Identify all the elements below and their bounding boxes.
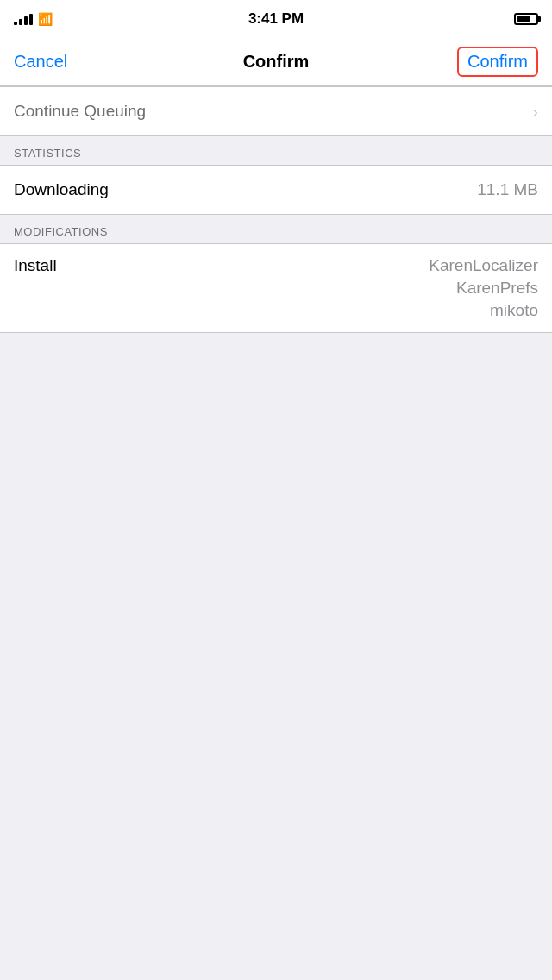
bottom-area <box>0 333 552 764</box>
install-label: Install <box>14 256 57 275</box>
install-item-1: KarenPrefs <box>456 279 538 298</box>
statistics-section: Downloading 11.1 MB <box>0 165 552 215</box>
install-item-2: mikoto <box>490 301 538 320</box>
downloading-value: 11.1 MB <box>477 180 538 199</box>
navigation-bar: Cancel Confirm Confirm <box>0 38 552 86</box>
chevron-right-icon: › <box>532 102 538 122</box>
status-bar: 📶 3:41 PM <box>0 0 552 38</box>
battery-icon <box>514 13 538 25</box>
continue-queuing-section: Continue Queuing › <box>0 86 552 136</box>
signal-bars-icon <box>14 13 33 25</box>
battery-fill <box>517 16 530 22</box>
install-values: KarenLocalizer KarenPrefs mikoto <box>429 256 538 320</box>
install-item-0: KarenLocalizer <box>429 256 538 275</box>
statistics-header: STATISTICS <box>0 136 552 165</box>
modifications-header: MODIFICATIONS <box>0 215 552 243</box>
downloading-row: Downloading 11.1 MB <box>0 166 552 214</box>
page-title: Confirm <box>243 52 310 72</box>
wifi-icon: 📶 <box>38 12 53 26</box>
continue-queuing-label: Continue Queuing <box>14 102 146 121</box>
status-time: 3:41 PM <box>248 10 304 28</box>
install-row: Install KarenLocalizer KarenPrefs mikoto <box>0 244 552 332</box>
battery-area <box>514 13 538 25</box>
signal-area: 📶 <box>14 12 53 26</box>
modifications-section: Install KarenLocalizer KarenPrefs mikoto <box>0 243 552 333</box>
continue-queuing-row[interactable]: Continue Queuing › <box>0 87 552 135</box>
downloading-label: Downloading <box>14 180 109 199</box>
cancel-button[interactable]: Cancel <box>14 52 67 72</box>
confirm-button[interactable]: Confirm <box>457 47 538 77</box>
